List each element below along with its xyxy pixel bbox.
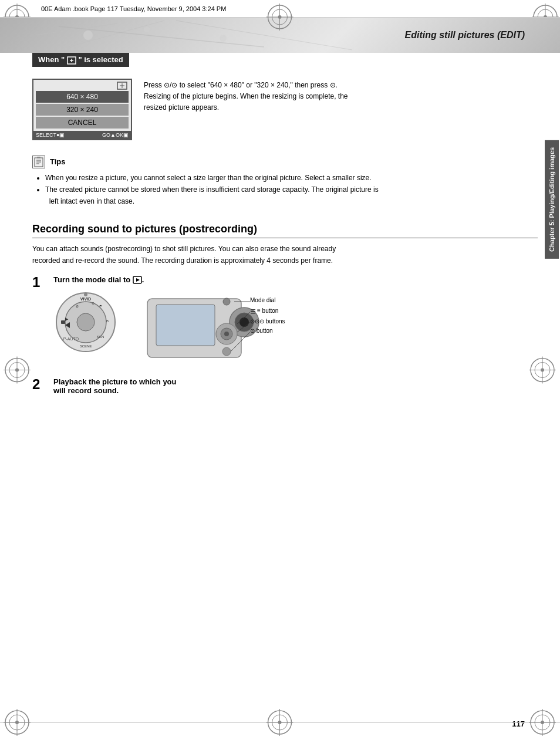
svg-rect-59 xyxy=(251,309,255,310)
svg-text:SCENE: SCENE xyxy=(80,344,92,348)
svg-point-50 xyxy=(223,298,230,305)
section-heading: Recording sound to pictures (postrecordi… xyxy=(32,223,538,238)
crosshair-left xyxy=(1,354,33,386)
svg-point-54 xyxy=(222,347,231,356)
crosshair-bottom xyxy=(264,707,296,739)
tip-item-2: The created picture cannot be stored whe… xyxy=(45,184,538,208)
svg-point-81 xyxy=(541,368,544,371)
svg-point-14 xyxy=(220,35,227,42)
label-mode-dial: Mode dial xyxy=(250,297,275,303)
tip-item-1: When you resize a picture, you cannot se… xyxy=(45,172,538,184)
lcd-bottom-bar: SELECT●▣ GO▲OK▣ xyxy=(33,131,131,139)
main-content: When " " is selected 640 × 480 320 × 240… xyxy=(32,53,538,717)
corner-bl-decoration xyxy=(1,707,33,739)
when-label-text: When " " is selected xyxy=(32,53,129,67)
crosshair-right xyxy=(527,354,559,386)
corner-br-decoration xyxy=(527,707,559,739)
label-nav-buttons: ⊙⊙⊙ buttons xyxy=(250,318,285,325)
camera-illustration-area: Mode dial ≡ button ⊙⊙⊙ buttons ⊙ button xyxy=(141,290,271,368)
svg-point-32 xyxy=(77,313,95,331)
svg-rect-60 xyxy=(251,311,255,312)
label-ok-button: ⊙ button xyxy=(250,327,273,334)
step-1-body: VIVID ☁ B SCN SCENE P-AUTO ▶ ✿ ⚙ xyxy=(53,290,538,368)
chapter-tab-label: Chapter 5: Playing/Editing images xyxy=(545,140,559,259)
lcd-option-320: 320 × 240 xyxy=(36,104,129,116)
section-intro: You can attach sounds (postrecording) to… xyxy=(32,243,538,267)
svg-text:⚙: ⚙ xyxy=(92,302,95,305)
mode-dial-illustration: VIVID ☁ B SCN SCENE P-AUTO ▶ ✿ ⚙ xyxy=(53,290,118,354)
svg-rect-27 xyxy=(37,157,41,158)
lcd-go-label: GO▲OK▣ xyxy=(102,132,129,138)
step-1-number: 1 xyxy=(32,275,46,289)
step-1: 1 Turn the mode dial to . xyxy=(32,275,538,369)
lcd-screen: 640 × 480 320 × 240 CANCEL SELECT●▣ GO▲O… xyxy=(32,79,132,140)
top-bar-text: 00E Adam .book Page 117 Tuesday, Novembe… xyxy=(41,5,226,12)
when-content: 640 × 480 320 × 240 CANCEL SELECT●▣ GO▲O… xyxy=(32,79,538,140)
svg-text:VIVID: VIVID xyxy=(80,297,91,301)
header-title: Editing still pictures (EDIT) xyxy=(405,30,525,40)
step-2-title: Playback the picture to which youwill re… xyxy=(53,377,538,395)
tips-title: Tips xyxy=(50,157,66,166)
when-section-label: When " " is selected xyxy=(32,53,538,73)
svg-text:P-AUTO: P-AUTO xyxy=(63,337,79,341)
svg-point-66 xyxy=(15,721,19,724)
svg-point-76 xyxy=(15,368,19,371)
step-2-content: Playback the picture to which youwill re… xyxy=(53,377,538,401)
tips-icon xyxy=(32,156,45,168)
when-icon xyxy=(67,56,76,65)
step-2-number: 2 xyxy=(32,377,46,391)
svg-point-91 xyxy=(278,15,282,19)
lcd-resize-icon xyxy=(117,82,127,90)
step-1-content: Turn the mode dial to . VIVID ☁ xyxy=(53,275,538,369)
svg-text:☁: ☁ xyxy=(99,303,102,307)
svg-point-86 xyxy=(278,721,282,724)
svg-point-71 xyxy=(541,721,544,724)
svg-text:SCN: SCN xyxy=(97,335,104,339)
svg-marker-29 xyxy=(136,278,140,282)
tips-section: Tips When you resize a picture, you cann… xyxy=(32,151,538,212)
press-instructions: Press ⊙/⊙ to select "640 × 480" or "320 … xyxy=(144,79,538,140)
step-1-title: Turn the mode dial to . xyxy=(53,275,538,285)
step-2: 2 Playback the picture to which youwill … xyxy=(32,377,538,401)
svg-point-12 xyxy=(83,31,93,40)
lcd-select-label: SELECT●▣ xyxy=(36,132,65,138)
svg-rect-61 xyxy=(251,313,255,314)
label-menu-button: ≡ button xyxy=(250,308,278,314)
play-icon xyxy=(133,276,142,284)
lcd-option-640: 640 × 480 xyxy=(36,91,129,103)
lcd-top-icon xyxy=(33,80,131,90)
svg-text:B: B xyxy=(106,319,109,323)
crosshair-top xyxy=(264,1,296,33)
svg-rect-46 xyxy=(156,305,215,346)
svg-point-53 xyxy=(224,332,229,336)
tips-header: Tips xyxy=(32,156,538,168)
notepad-icon xyxy=(34,157,43,167)
lcd-option-cancel: CANCEL xyxy=(36,117,129,129)
chapter-sidebar: Chapter 5: Playing/Editing images xyxy=(544,53,560,346)
svg-point-13 xyxy=(144,26,150,32)
tips-list: When you resize a picture, you cannot se… xyxy=(32,172,538,208)
svg-point-49 xyxy=(239,317,249,327)
svg-line-10 xyxy=(35,23,117,35)
svg-text:✿: ✿ xyxy=(76,305,79,308)
svg-point-44 xyxy=(84,293,87,296)
